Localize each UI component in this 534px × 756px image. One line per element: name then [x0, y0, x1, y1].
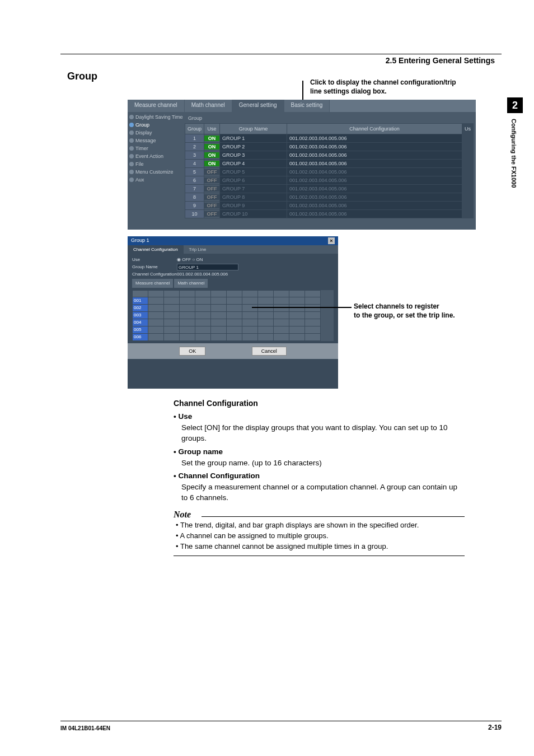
main-tabs: Measure channel Math channel General set… — [128, 100, 476, 112]
ok-button[interactable]: OK — [179, 347, 205, 356]
table-row[interactable]: 6OFFGROUP 6001.002.003.004.005.006 — [185, 176, 474, 185]
item-cc-title: • Channel Configuration — [174, 470, 465, 482]
col-us: Us — [462, 124, 474, 134]
close-icon[interactable]: × — [328, 237, 335, 244]
col-cconf: Channel Configuration — [287, 124, 462, 134]
radio-on[interactable]: ○ ON — [192, 256, 203, 263]
screenshot-group-dialog: Group 1 × Channel Configuration Trip Lin… — [128, 236, 338, 389]
cc-heading: Channel Configuration — [174, 398, 465, 409]
callout-1: Click to display the channel configurati… — [310, 78, 456, 96]
table-row[interactable]: 10OFFGROUP 10001.002.003.004.005.006 — [185, 210, 474, 218]
use-label: Use — [132, 256, 177, 263]
item-use-title: • Use — [174, 411, 465, 422]
tab-channel-config[interactable]: Channel Configuration — [128, 245, 184, 254]
note-title: Note — [174, 508, 191, 521]
settings-sidebar: Daylight Saving Time Group Display Messa… — [128, 112, 182, 230]
channel-grid[interactable]: 001 002 003 004 005 006 — [132, 290, 321, 341]
item-cc-body: Specify a measurement channel or a compu… — [181, 482, 465, 503]
table-row[interactable]: 4ONGROUP 4001.002.003.004.005.006 — [185, 160, 474, 168]
group-name-input[interactable] — [177, 264, 238, 270]
table-row[interactable]: 5OFFGROUP 5001.002.003.004.005.006 — [185, 168, 474, 176]
table-row[interactable]: 7OFFGROUP 7001.002.003.004.005.006 — [185, 185, 474, 193]
tab-basic[interactable]: Basic setting — [284, 100, 330, 112]
tab-measure[interactable]: Measure channel — [128, 100, 185, 112]
item-use-body: Select [ON] for the display groups that … — [181, 422, 465, 444]
item-gn-title: • Group name — [174, 446, 465, 458]
channel-config-label: Channel Configuration — [132, 271, 177, 278]
sidebar-item[interactable]: Timer — [128, 144, 182, 152]
dialog-title: Group 1 — [131, 237, 149, 244]
table-row[interactable]: 3ONGROUP 3001.002.003.004.005.006 — [185, 151, 474, 160]
section-header: 2.5 Entering General Settings — [386, 56, 495, 65]
table-row[interactable]: 8OFFGROUP 8001.002.003.004.005.006 — [185, 193, 474, 202]
table-row[interactable]: 9OFFGROUP 9001.002.003.004.005.006 — [185, 202, 474, 210]
sidebar-item[interactable]: Message — [128, 137, 182, 144]
sidebar-item[interactable]: Daylight Saving Time — [128, 113, 182, 121]
group-name-label: Group Name — [132, 264, 177, 270]
table-row[interactable]: 2ONGROUP 2001.002.003.004.005.006 — [185, 143, 474, 151]
measure-channel-button[interactable]: Measure channel — [132, 279, 173, 288]
footer-right: 2-19 — [488, 724, 502, 731]
chapter-number: 2 — [507, 97, 523, 113]
note-list: The trend, digital, and bar graph displa… — [174, 520, 465, 552]
body-content: Channel Configuration • Use Select [ON] … — [174, 398, 465, 556]
col-group: Group — [185, 124, 204, 134]
col-gname: Group Name — [220, 124, 287, 134]
chapter-title: Configuring the FX1000 — [510, 119, 517, 188]
table-row[interactable]: 1ONGROUP 1001.002.003.004.005.006 — [185, 134, 474, 143]
page-title: Group — [67, 71, 97, 82]
cancel-button[interactable]: Cancel — [252, 347, 287, 356]
group-table: Group Use Group Name Channel Configurati… — [185, 123, 474, 218]
screenshot-group-table: Measure channel Math channel General set… — [128, 100, 476, 230]
channel-config-value: 001.002.003.004.005.006 — [177, 271, 228, 278]
sidebar-item[interactable]: Menu Customize — [128, 168, 182, 176]
callout-2: Select channels to register to the group… — [354, 302, 455, 320]
sidebar-item[interactable]: Display — [128, 129, 182, 137]
math-channel-button[interactable]: Math channel — [174, 279, 208, 288]
sidebar-item[interactable]: Group — [128, 121, 182, 129]
sidebar-item[interactable]: File — [128, 160, 182, 168]
sidebar-item[interactable]: Aux — [128, 176, 182, 184]
footer-left: IM 04L21B01-64EN — [60, 725, 110, 731]
col-use: Use — [204, 124, 220, 134]
fieldset-label: Group — [185, 115, 474, 121]
radio-off[interactable]: ◉ OFF — [177, 256, 191, 263]
chapter-side-tab: 2 Configuring the FX1000 — [507, 97, 523, 221]
sidebar-item[interactable]: Event Action — [128, 152, 182, 160]
tab-general[interactable]: General setting — [232, 100, 284, 112]
tab-trip-line[interactable]: Trip Line — [184, 245, 212, 254]
tab-math[interactable]: Math channel — [185, 100, 232, 112]
callout-line-2 — [252, 307, 352, 308]
item-gn-body: Set the group name. (up to 16 characters… — [181, 458, 465, 469]
